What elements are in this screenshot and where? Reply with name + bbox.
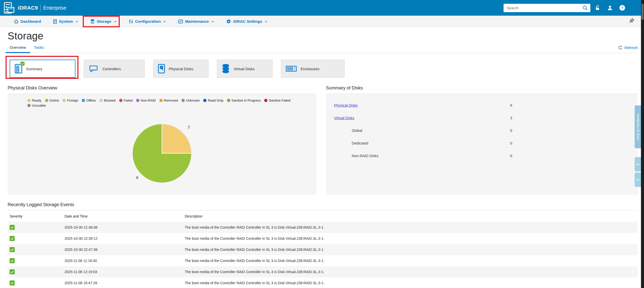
event-datetime: 2025-11-06 11:16:40: [65, 259, 185, 263]
card-virtual-disks[interactable]: Virtual Disks: [217, 60, 273, 78]
event-row[interactable]: 2025-11-08 16:47:28 The boot media of th…: [8, 277, 638, 288]
legend-label: Ready: [32, 99, 41, 102]
events-title: Recently Logged Storage Events: [8, 202, 638, 211]
physical-disks-link[interactable]: Physical Disks: [326, 103, 358, 107]
virtual-disks-link[interactable]: Virtual Disks: [326, 116, 354, 120]
nav-item-dashboard[interactable]: Dashboard: [14, 19, 41, 24]
legend-item: Unknown: [181, 99, 200, 102]
tab-bar: Overview Tasks Refresh: [6, 45, 638, 53]
legend-dot: [264, 99, 267, 102]
event-description: The boot media of the Controller RAID Co…: [185, 236, 638, 241]
page-scrollbar[interactable]: [641, 0, 644, 288]
legend-dot: [45, 99, 48, 102]
event-row[interactable]: 2025-10-30 21:46:08 The boot media of th…: [8, 222, 638, 233]
summary-row-physical-disks: Physical Disks 8: [326, 99, 638, 112]
card-label: Controllers: [102, 67, 121, 71]
legend-item: Ready: [27, 99, 41, 102]
legend-item: Failed: [119, 99, 133, 102]
summary-of-disks-section: Summary of Disks Physical Disks 8 Virtua…: [326, 85, 638, 195]
event-datetime: 2025-10-30 22:47:39: [65, 248, 185, 252]
event-datetime: 2025-10-30 22:39:12: [65, 236, 185, 241]
legend-label: Unusable: [32, 104, 46, 107]
search-icon[interactable]: [582, 5, 588, 11]
nav-item-maintenance[interactable]: Maintenance: [178, 19, 214, 24]
chevron-down-icon: [265, 21, 267, 22]
scroll-down-button[interactable]: [635, 173, 641, 187]
legend-dot: [227, 99, 230, 102]
idrac-logo-icon: [4, 2, 15, 14]
nav-label: Dashboard: [20, 19, 41, 24]
help-feedback-tab[interactable]: Help & Feedback: [635, 105, 641, 148]
sliders-icon: [129, 19, 133, 24]
overview-section-title: Physical Disks Overview: [8, 85, 316, 94]
pin-icon[interactable]: [628, 18, 634, 25]
brand: iDRAC9 Enterprise: [4, 2, 66, 14]
check-badge-icon: [20, 62, 25, 67]
nav-label: Maintenance: [185, 19, 209, 24]
event-description: The boot media of the Controller RAID Co…: [185, 225, 638, 229]
nav-item-system[interactable]: System: [53, 19, 78, 24]
system-icon: [53, 19, 57, 24]
event-description: The boot media of the Controller RAID Co…: [185, 270, 638, 274]
search-box[interactable]: [504, 4, 590, 12]
card-enclosures[interactable]: Enclosures: [281, 60, 345, 78]
legend-label: Unknown: [186, 99, 200, 102]
legend-dot: [82, 99, 85, 102]
legend-item: Read Only: [203, 99, 223, 102]
event-row[interactable]: 2025-10-30 22:39:12 The boot media of th…: [8, 233, 638, 244]
legend-dot: [99, 99, 103, 102]
legend-item: Removed: [159, 99, 178, 102]
events-header-row: Severity Date and Time Description: [8, 211, 638, 222]
nav-item-storage[interactable]: Storage: [90, 19, 117, 24]
main-nav: Dashboard System Storage Conf: [0, 16, 644, 27]
event-description: The boot media of the Controller RAID Co…: [185, 259, 638, 263]
nav-label: iDRAC Settings: [233, 19, 262, 24]
card-label: Enclosures: [301, 67, 319, 71]
global-label: Global: [326, 129, 362, 133]
storage-cards: Summary Controllers Physical Disks Virtu…: [10, 60, 644, 78]
legend-item: Sanitize in Progress: [227, 99, 261, 102]
controller-icon: [89, 64, 99, 73]
legend-dot: [136, 99, 139, 102]
event-datetime: 2025-11-06 12:19:03: [65, 270, 185, 274]
chevron-down-icon: [636, 179, 640, 181]
card-label: Physical Disks: [169, 67, 193, 71]
card-label: Summary: [26, 67, 42, 71]
physical-disks-overview-section: Physical Disks Overview Ready Online For…: [8, 85, 316, 195]
legend-item: Non-RAID: [136, 99, 156, 102]
events-rows: 2025-10-30 21:46:08 The boot media of th…: [8, 222, 638, 288]
physical-disks-overview-panel: Ready Online Foreign Offline Blocked Fai…: [8, 94, 316, 195]
tab-overview[interactable]: Overview: [6, 45, 30, 53]
scrollbar-thumb[interactable]: [641, 4, 643, 20]
summary-row-dedicated: Dedicated 0: [326, 137, 638, 150]
severity-ok-icon: [10, 225, 65, 230]
user-icon[interactable]: [607, 5, 613, 11]
tab-tasks[interactable]: Tasks: [30, 45, 48, 53]
brand-divider: [40, 5, 41, 11]
event-row[interactable]: 2025-11-06 11:16:40 The boot media of th…: [8, 255, 638, 266]
legend-item: Unusable: [27, 104, 46, 107]
event-row[interactable]: 2025-11-06 12:19:03 The boot media of th…: [8, 266, 638, 277]
chevron-up-icon: [636, 163, 640, 165]
legend-item: Offline: [82, 99, 96, 102]
search-input[interactable]: [507, 6, 582, 10]
summary-section-title: Summary of Disks: [326, 85, 638, 94]
enclosure-icon: [286, 65, 297, 72]
chevron-down-icon: [211, 21, 214, 22]
card-controllers[interactable]: Controllers: [84, 60, 145, 78]
brand-name: iDRAC9: [18, 5, 38, 11]
physical-disks-pie: [130, 122, 194, 185]
refresh-button[interactable]: Refresh: [618, 45, 638, 53]
card-summary[interactable]: Summary: [10, 60, 75, 78]
scroll-up-button[interactable]: [635, 157, 641, 172]
legend-dot: [181, 99, 185, 102]
refresh-label: Refresh: [624, 45, 638, 50]
card-physical-disks[interactable]: Physical Disks: [153, 60, 209, 78]
non-raid-count: 0: [510, 150, 512, 162]
event-row[interactable]: 2025-10-30 22:47:39 The boot media of th…: [8, 244, 638, 255]
nav-item-configuration[interactable]: Configuration: [129, 19, 166, 24]
help-icon[interactable]: ?: [619, 5, 625, 11]
chevron-down-icon: [163, 21, 166, 22]
nav-item-idrac-settings[interactable]: iDRAC Settings: [226, 19, 267, 24]
lock-icon[interactable]: [594, 5, 600, 11]
